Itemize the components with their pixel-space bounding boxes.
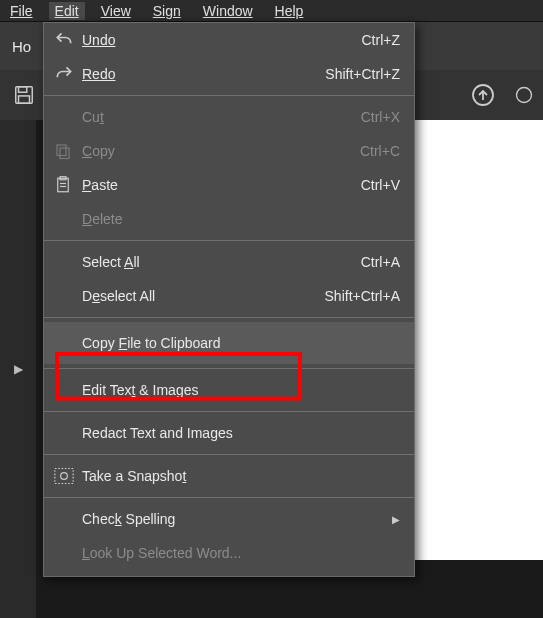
svg-point-4 xyxy=(517,88,532,103)
snapshot-icon xyxy=(54,467,82,485)
menu-redo[interactable]: Redo Shift+Ctrl+Z xyxy=(44,57,414,91)
menu-redo-label: Redo xyxy=(82,66,115,82)
menu-cut-shortcut: Ctrl+X xyxy=(361,109,400,125)
menu-look-up-word[interactable]: Look Up Selected Word... xyxy=(44,536,414,570)
svg-rect-2 xyxy=(19,96,30,103)
menu-take-snapshot[interactable]: Take a Snapshot xyxy=(44,459,414,493)
menu-copy-file-to-clipboard[interactable]: Copy File to Clipboard xyxy=(44,322,414,364)
menu-check-spelling[interactable]: Check Spelling ▶ xyxy=(44,502,414,536)
paste-icon xyxy=(54,175,82,195)
save-icon[interactable] xyxy=(10,81,38,109)
menu-redo-shortcut: Shift+Ctrl+Z xyxy=(325,66,400,82)
menu-redact-label: Redact Text and Images xyxy=(82,425,233,441)
home-tab[interactable]: Ho xyxy=(12,38,31,55)
menu-separator xyxy=(44,368,414,369)
menu-edit-text-images[interactable]: Edit Text & Images xyxy=(44,373,414,407)
menu-view[interactable]: View xyxy=(95,2,137,20)
menu-separator xyxy=(44,240,414,241)
menu-delete[interactable]: Delete xyxy=(44,202,414,236)
side-panel-collapsed: ▶ xyxy=(0,120,36,618)
menu-undo-shortcut: Ctrl+Z xyxy=(362,32,401,48)
menu-separator xyxy=(44,454,414,455)
upload-circle-icon[interactable] xyxy=(469,81,497,109)
menubar: File Edit View Sign Window Help xyxy=(0,0,543,22)
menu-help[interactable]: Help xyxy=(269,2,310,20)
expand-panel-icon[interactable]: ▶ xyxy=(14,362,23,376)
menu-file[interactable]: File xyxy=(4,2,39,20)
menu-separator xyxy=(44,317,414,318)
menu-copy[interactable]: Copy Ctrl+C xyxy=(44,134,414,168)
svg-point-12 xyxy=(61,473,68,480)
menu-copy-shortcut: Ctrl+C xyxy=(360,143,400,159)
menu-separator xyxy=(44,411,414,412)
menu-separator xyxy=(44,497,414,498)
menu-window[interactable]: Window xyxy=(197,2,259,20)
menu-undo-label: Undo xyxy=(82,32,115,48)
svg-rect-5 xyxy=(57,145,66,156)
submenu-arrow-icon: ▶ xyxy=(392,514,400,525)
menu-edit[interactable]: Edit xyxy=(49,2,85,20)
menu-deselect-all-shortcut: Shift+Ctrl+A xyxy=(325,288,400,304)
menu-paste[interactable]: Paste Ctrl+V xyxy=(44,168,414,202)
menu-select-all-shortcut: Ctrl+A xyxy=(361,254,400,270)
menu-select-all[interactable]: Select All Ctrl+A xyxy=(44,245,414,279)
svg-rect-1 xyxy=(19,87,27,93)
edit-menu-dropdown: Undo Ctrl+Z Redo Shift+Ctrl+Z Cut Ctrl+X… xyxy=(43,22,415,577)
menu-redact-text-images[interactable]: Redact Text and Images xyxy=(44,416,414,450)
menu-deselect-all[interactable]: Deselect All Shift+Ctrl+A xyxy=(44,279,414,313)
svg-rect-11 xyxy=(55,469,73,484)
menu-separator xyxy=(44,95,414,96)
menu-paste-shortcut: Ctrl+V xyxy=(361,177,400,193)
menu-sign[interactable]: Sign xyxy=(147,2,187,20)
menu-undo[interactable]: Undo Ctrl+Z xyxy=(44,23,414,57)
redo-icon xyxy=(54,64,82,84)
next-circle-icon[interactable] xyxy=(515,81,533,109)
copy-icon xyxy=(54,142,82,160)
undo-icon xyxy=(54,30,82,50)
document-page[interactable] xyxy=(415,120,543,560)
menu-cut[interactable]: Cut Ctrl+X xyxy=(44,100,414,134)
svg-rect-6 xyxy=(60,148,69,159)
